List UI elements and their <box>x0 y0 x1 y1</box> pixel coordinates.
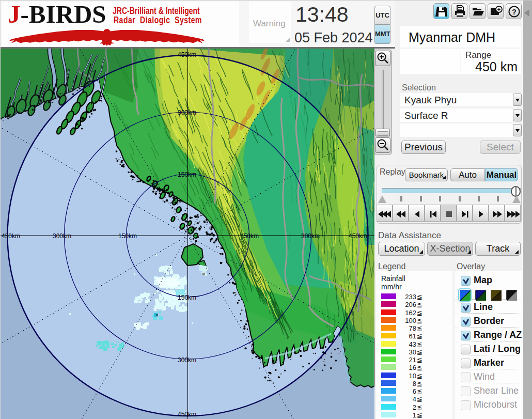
svg-text:300km: 300km <box>178 109 196 116</box>
svg-text:150km: 150km <box>178 171 196 178</box>
svg-text:150km: 150km <box>178 294 196 301</box>
svg-text:300km: 300km <box>53 232 71 240</box>
svg-text:450km: 450km <box>349 232 367 240</box>
svg-text:300km: 300km <box>178 356 196 364</box>
svg-text:450km: 450km <box>2 232 20 240</box>
svg-text:300km: 300km <box>301 232 320 240</box>
svg-text:?: ? <box>512 8 517 16</box>
svg-text:450km: 450km <box>178 51 196 58</box>
svg-text:150km: 150km <box>240 232 259 240</box>
svg-text:450km: 450km <box>178 411 196 418</box>
svg-text:150km: 150km <box>118 232 137 240</box>
